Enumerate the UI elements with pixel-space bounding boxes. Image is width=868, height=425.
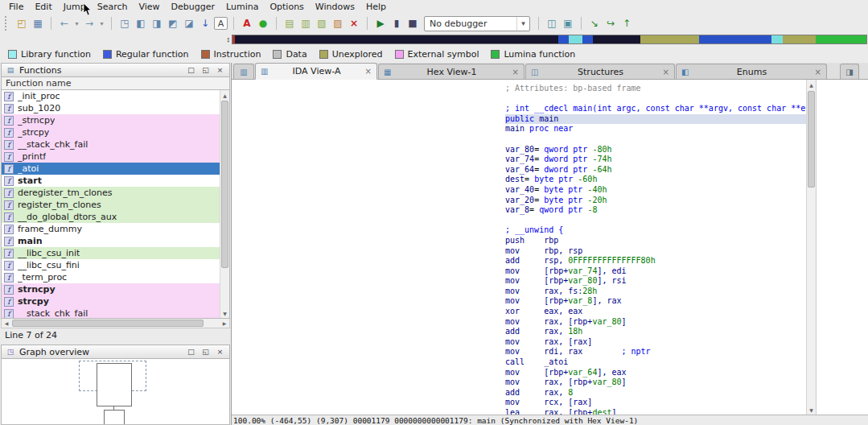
disasm-line[interactable] (505, 216, 806, 226)
functions-panel-titlebar[interactable]: ▤ Functions □ ◱ × (1, 63, 230, 77)
function-row[interactable]: fmain (2, 235, 220, 247)
scroll-up-icon[interactable]: ▲ (220, 90, 229, 100)
maximize-icon[interactable]: □ (186, 65, 196, 76)
quick-open-icon[interactable]: ◰ (14, 16, 29, 31)
navigation-band[interactable] (232, 35, 867, 44)
navband-segment[interactable] (593, 35, 641, 43)
disasm-line[interactable]: mov rcx, [rax] (505, 398, 806, 408)
scroll-left-icon[interactable]: ◀ (2, 320, 11, 326)
strings-window-icon[interactable]: A (240, 16, 254, 31)
tab-structures[interactable]: ◫Structures× (525, 64, 675, 79)
edit-function-icon[interactable]: ▥ (298, 16, 313, 31)
disasm-line[interactable]: add rsp, 0FFFFFFFFFFFFFF80h (505, 256, 806, 266)
disasm-line[interactable]: add rax, 18h (505, 327, 806, 337)
debugger-select[interactable]: No debugger ▾ (424, 16, 530, 31)
disasm-line[interactable]: var_40= byte ptr -40h (505, 185, 806, 196)
close-icon[interactable]: × (215, 65, 225, 76)
navband-segment[interactable] (699, 35, 771, 43)
maximize-icon[interactable]: □ (186, 347, 196, 357)
navband-segment[interactable] (771, 35, 783, 43)
disasm-line[interactable]: lea rax, [rbp+dest] (505, 408, 806, 415)
pause-process-icon[interactable]: ▮ (389, 16, 404, 31)
nav-back-history-icon[interactable]: ▾ (73, 16, 80, 31)
disasm-line[interactable] (505, 134, 806, 145)
disasm-line[interactable]: mov rax, [rbp+var_80] (505, 317, 806, 328)
disassembly-vertical-scrollbar[interactable]: ▲ ▼ (806, 80, 816, 415)
disasm-line[interactable]: mov [rbp+var_64], eax (505, 368, 806, 378)
nav-forward-icon[interactable]: → (82, 16, 97, 31)
function-row[interactable]: fstrcpy (2, 295, 220, 307)
create-function-icon[interactable]: ▤ (282, 16, 297, 31)
disasm-line[interactable]: var_8= qword ptr -8 (505, 205, 806, 216)
menu-item-options[interactable]: Options (264, 1, 309, 13)
function-row[interactable]: f_printf (2, 151, 220, 163)
jump-address-icon[interactable]: ◳ (117, 16, 132, 31)
disasm-line[interactable]: var_20= byte ptr -20h (505, 196, 806, 206)
graph-overview-titlebar[interactable]: ◳ Graph overview □ ◱ × (1, 345, 230, 359)
float-icon[interactable]: ◱ (200, 347, 211, 357)
disasm-line[interactable]: main proc near (505, 124, 806, 134)
disasm-line[interactable]: mov rax, fs:28h (505, 287, 806, 297)
disasm-line[interactable]: call _atoi (505, 357, 806, 368)
tab-hex-view-1[interactable]: ▦Hex View-1× (378, 64, 525, 79)
tab-ida-view-a[interactable]: ▥IDA View-A× (255, 63, 377, 80)
nav-forward-history-icon[interactable]: ▾ (98, 16, 105, 31)
disasm-line[interactable]: var_80= qword ptr -80h (505, 145, 806, 155)
disasm-line[interactable]: mov [rbp+var_80], rsi (505, 276, 806, 287)
function-row[interactable]: f__stack_chk_fail (2, 138, 220, 151)
menu-item-search[interactable]: Search (92, 1, 134, 13)
debugger-options-icon[interactable]: ◫ (545, 16, 559, 31)
stop-process-icon[interactable]: ■ (405, 16, 420, 31)
navband-segment[interactable] (235, 35, 558, 43)
functions-scrollbar-thumb[interactable] (221, 101, 228, 268)
function-row[interactable]: f__libc_csu_init (2, 247, 220, 259)
scroll-up-icon[interactable]: ▲ (807, 80, 816, 89)
disasm-line[interactable]: mov rdi, rax ; nptr (505, 347, 806, 357)
menu-item-lumina[interactable]: Lumina (220, 1, 264, 13)
scroll-right-icon[interactable]: ▶ (220, 320, 229, 326)
reanalyze-icon[interactable]: ▨ (331, 16, 345, 31)
jump-xref-icon[interactable]: ◩ (166, 16, 180, 31)
function-row[interactable]: f_strcpy (2, 126, 220, 138)
function-row[interactable]: f_strncpy (2, 114, 220, 126)
navband-segment[interactable] (582, 35, 593, 43)
cancel-analysis-icon[interactable]: × (347, 16, 361, 31)
scroll-down-icon[interactable]: ▼ (220, 308, 229, 318)
disasm-line[interactable]: mov rbp, rsp (505, 246, 806, 257)
disasm-line[interactable]: ; int __cdecl main(int argc, const char … (505, 104, 806, 114)
chevron-down-icon[interactable]: ▾ (516, 17, 529, 31)
disassembly-view[interactable]: ; Attributes: bp-based frame; int __cdec… (232, 80, 806, 415)
functions-vertical-scrollbar[interactable]: ▲ ▼ (220, 90, 229, 318)
functions-hscrollbar-thumb[interactable] (12, 320, 204, 327)
names-window-icon[interactable]: A (214, 17, 228, 30)
disasm-line[interactable]: xor eax, eax (505, 307, 806, 317)
jump-problem-icon[interactable]: ◪ (182, 16, 196, 31)
graph-overview-canvas[interactable] (1, 359, 230, 425)
disasm-line[interactable]: mov [rbp+var_8], rax (505, 296, 806, 307)
nav-back-icon[interactable]: ← (57, 16, 72, 31)
functions-horizontal-scrollbar[interactable]: ◀ ▶ (1, 319, 230, 328)
function-row[interactable]: f_term_proc (2, 271, 220, 283)
disasm-line[interactable]: mov rax, [rbp+var_80] (505, 378, 806, 388)
function-row[interactable]: fstrncpy (2, 283, 220, 295)
float-icon[interactable]: ◱ (200, 65, 211, 76)
function-row[interactable]: fderegister_tm_clones (2, 187, 220, 199)
disasm-line[interactable]: mov [rbp+var_74], edi (505, 266, 806, 277)
navband-segment[interactable] (783, 35, 816, 43)
disasm-line[interactable]: ; __unwind { (505, 225, 806, 236)
tab-close-icon[interactable]: × (663, 68, 669, 76)
toolbar-grip[interactable] (5, 16, 10, 31)
disasm-line[interactable]: mov rax, [rax] (505, 337, 806, 348)
disassembly-scrollbar-thumb[interactable] (808, 91, 815, 188)
menu-item-debugger[interactable]: Debugger (166, 1, 220, 13)
function-row[interactable]: fstart (2, 175, 220, 187)
navband-segment[interactable] (569, 35, 582, 43)
jump-next-icon[interactable]: ↓ (198, 16, 212, 31)
jump-function-icon[interactable]: ◨ (150, 16, 164, 31)
navband-segment[interactable] (558, 35, 569, 43)
function-row[interactable]: f__do_global_dtors_aux (2, 211, 220, 223)
analyze-area-icon[interactable]: ▧ (315, 16, 329, 31)
function-row[interactable]: f_atoi (2, 163, 220, 175)
start-process-icon[interactable]: ▶ (373, 16, 388, 31)
open-debug-windows-icon[interactable]: ▣ (561, 16, 575, 31)
